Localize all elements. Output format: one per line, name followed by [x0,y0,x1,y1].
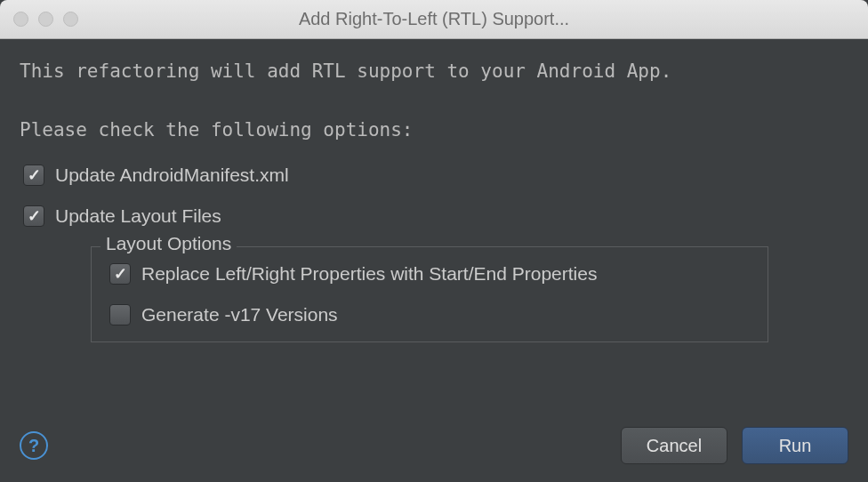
titlebar: Add Right-To-Left (RTL) Support... [0,0,868,39]
option-generate-v17[interactable]: Generate -v17 Versions [109,304,750,325]
option-replace-props[interactable]: Replace Left/Right Properties with Start… [109,263,750,285]
minimize-window-icon[interactable] [38,12,53,27]
label-generate-v17: Generate -v17 Versions [141,304,338,325]
option-update-layout[interactable]: Update Layout Files [20,205,848,227]
cancel-button[interactable]: Cancel [621,427,727,464]
legend-layout-options: Layout Options [100,233,237,254]
window-title: Add Right-To-Left (RTL) Support... [0,9,868,29]
dialog-content: This refactoring will add RTL support to… [0,39,868,342]
dialog-footer: ? Cancel Run [20,427,848,464]
checkbox-generate-v17[interactable] [109,304,131,325]
window-controls [0,12,78,27]
prompt-text: Please check the following options: [20,116,848,146]
label-update-manifest: Update AndroidManifest.xml [55,165,289,186]
intro-text: This refactoring will add RTL support to… [20,57,848,87]
zoom-window-icon[interactable] [63,12,78,27]
close-window-icon[interactable] [13,12,28,27]
fieldset-layout-options: Layout Options Replace Left/Right Proper… [91,246,768,342]
label-replace-props: Replace Left/Right Properties with Start… [141,263,597,285]
label-update-layout: Update Layout Files [55,205,221,227]
dialog-buttons: Cancel Run [621,427,848,464]
checkbox-update-layout[interactable] [23,205,44,227]
checkbox-update-manifest[interactable] [23,165,44,186]
help-icon[interactable]: ? [20,431,48,460]
option-update-manifest[interactable]: Update AndroidManifest.xml [20,165,848,186]
run-button[interactable]: Run [742,427,848,464]
checkbox-replace-props[interactable] [109,263,131,285]
